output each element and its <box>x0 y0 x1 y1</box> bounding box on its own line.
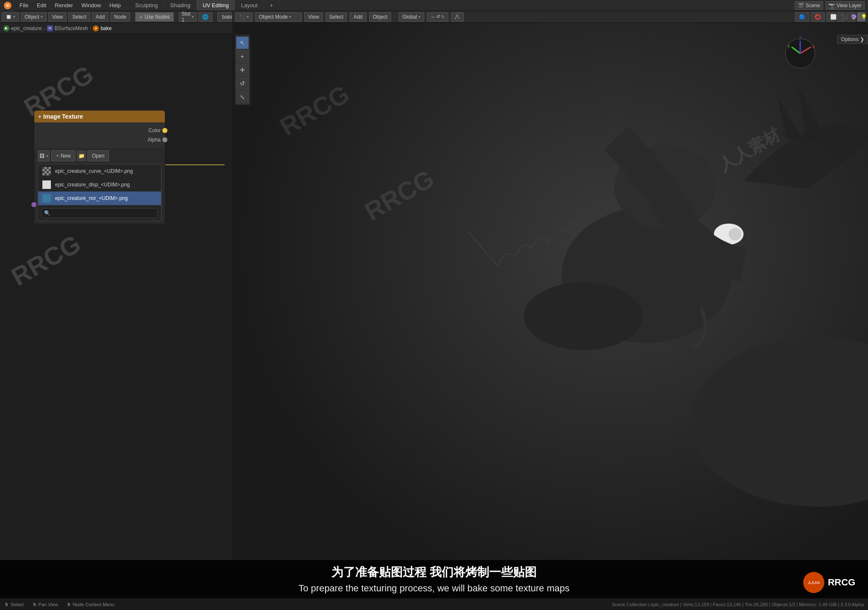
socket-alpha-dot[interactable] <box>162 137 167 142</box>
world-icon-btn[interactable]: 🌐 <box>198 12 212 22</box>
shading-solid[interactable]: ⬛ <box>837 12 845 22</box>
view-layer-selector[interactable]: 📷 View Layer <box>826 1 865 10</box>
tab-shading[interactable]: Shading <box>164 0 197 11</box>
item-icon-1 <box>42 180 51 189</box>
search-icon: 🔍 <box>44 210 50 216</box>
scene-label: Scene <box>806 3 820 8</box>
subtitle-chinese: 为了准备贴图过程 我们将烤制一些贴图 <box>331 564 537 580</box>
menu-edit[interactable]: Edit <box>33 0 50 11</box>
global-label: Global <box>402 14 417 20</box>
socket-color-label: Color <box>148 128 161 133</box>
transform-icons[interactable]: ↔ ↺ ⤡ <box>427 12 448 22</box>
node-new-btn[interactable]: + New <box>51 150 75 161</box>
select-btn-left[interactable]: Select <box>68 12 90 22</box>
tool-rotate[interactable]: ↺ <box>236 77 249 90</box>
eight-btn[interactable]: 八 <box>451 12 464 22</box>
vp-editor-icon: ⬛ <box>239 14 245 20</box>
rrcg-circle-text: 人人CG <box>808 580 820 585</box>
dropdown-search-input[interactable] <box>42 208 158 218</box>
subtitle-bar: 为了准备贴图过程 我们将烤制一些贴图 To prepare the textur… <box>0 560 868 598</box>
tool-cursor[interactable]: + <box>236 50 249 63</box>
pan-icon: 🖱 <box>32 602 37 607</box>
vp-sep1 <box>395 13 395 21</box>
svg-point-2 <box>524 283 643 350</box>
node-header[interactable]: ▾ Image Texture <box>34 111 165 122</box>
vp-add-btn[interactable]: Add <box>350 12 366 22</box>
dropdown-item-2[interactable]: epic_creature_nor_<UDIM>.png <box>38 191 161 205</box>
breadcrumb-bake[interactable]: bake <box>100 25 111 31</box>
vp-editor-type-btn[interactable]: ⬛ ▾ <box>235 12 253 22</box>
object-mode-selector[interactable]: Object Mode ▾ <box>255 12 302 22</box>
wire-icon: ⬜ <box>830 14 837 20</box>
subtitle-english: To prepare the texturing process, we wil… <box>298 583 570 594</box>
app-logo: B <box>0 0 15 11</box>
options-btn[interactable]: Options ❯ <box>837 35 868 44</box>
mat-icon: 🔮 <box>851 14 857 20</box>
node-img-selector[interactable]: 🖼 ▾ <box>38 150 50 161</box>
left-editor-toolbar: 🔲 ▾ Object ▾ View Select Add Node ✓ Use … <box>0 11 232 23</box>
tool-scale[interactable]: ⤡ <box>236 91 249 103</box>
img-arrow: ▾ <box>46 154 48 158</box>
menu-window[interactable]: Window <box>77 0 105 11</box>
breadcrumb-mesh[interactable]: BSurfaceMesh <box>55 25 88 31</box>
socket-color-dot[interactable] <box>162 128 167 133</box>
node-left-socket[interactable] <box>31 202 36 207</box>
mesh-icon: M <box>47 25 53 31</box>
scene-selector[interactable]: 🎬 Scene <box>795 1 823 10</box>
editor-type-btn[interactable]: 🔲 ▾ <box>2 12 19 22</box>
use-nodes-btn[interactable]: ✓ Use Nodes <box>135 12 174 22</box>
socket-alpha-row: Alpha <box>34 135 165 144</box>
tab-uv-editing[interactable]: UV Editing <box>197 0 235 11</box>
solid-icon: ⬛ <box>840 14 847 20</box>
rotate-icon: ↺ <box>436 14 440 19</box>
node-btn[interactable]: Node <box>110 12 130 22</box>
socket-alpha-label: Alpha <box>147 137 161 143</box>
blender-icon: B <box>4 2 11 9</box>
item-name-1: epic_creature_disp_<UDIM>.png <box>55 182 130 188</box>
scene-icon: 🎬 <box>798 3 804 8</box>
right-editor-toolbar: ⬛ ▾ Object Mode ▾ View Select Add Object… <box>232 11 868 23</box>
slot-selector[interactable]: Slot 1 ▾ <box>179 12 197 22</box>
status-context-label: Node Context Menu <box>73 602 114 607</box>
viewport-3d: ↖ + ✛ ↺ ⤡ X Y Z Options ❯ RRCG 人人素材 RRCG <box>235 11 868 598</box>
vp-select-btn[interactable]: Select <box>326 12 347 22</box>
object-label: Object <box>25 14 39 20</box>
shading-rendered[interactable]: 💡 <box>857 12 865 22</box>
tab-layout[interactable]: Layout <box>235 0 264 11</box>
menu-file[interactable]: File <box>15 0 33 11</box>
shading-material[interactable]: 🔮 <box>847 12 855 22</box>
status-info: Scene Collection | epic_creature | Verts… <box>612 602 864 607</box>
tab-sculpting[interactable]: Sculpting <box>129 0 164 11</box>
rrcg-circle: 人人CG <box>803 572 824 593</box>
status-select: 🖱 Select <box>4 602 24 607</box>
vp-view-btn[interactable]: View <box>304 12 323 22</box>
shading-wire[interactable]: ⬜ <box>826 12 835 22</box>
magnet-icon: 🔵 <box>799 14 805 20</box>
context-icon: 🖱 <box>67 602 71 607</box>
global-selector[interactable]: Global ▾ <box>398 12 424 22</box>
object-btn[interactable]: Object ▾ <box>21 12 47 22</box>
snap-btn[interactable]: 🔵 <box>795 12 809 22</box>
proportional-btn[interactable]: ⭕ <box>811 12 825 22</box>
dropdown-item-1[interactable]: epic_creature_disp_<UDIM>.png <box>38 178 161 191</box>
breadcrumb-bar: ▶ epic_creature › M BSurfaceMesh › ● bak… <box>0 23 232 34</box>
add-btn-left[interactable]: Add <box>92 12 108 22</box>
node-open-btn[interactable]: Open <box>87 150 109 161</box>
folder-icon-btn[interactable]: 📁 <box>77 151 86 161</box>
tool-select[interactable]: ↖ <box>236 36 249 49</box>
dropdown-item-0[interactable]: epic_creature_curve_<UDIM>.png <box>38 164 161 178</box>
vp-object-btn[interactable]: Object <box>369 12 392 22</box>
menu-help[interactable]: Help <box>105 0 125 11</box>
move-icon: ↔ <box>431 14 435 19</box>
node-image-dropdown: epic_creature_curve_<UDIM>.png epic_crea… <box>38 164 161 221</box>
slot-label: Slot 1 <box>182 11 191 23</box>
breadcrumb-creature[interactable]: epic_creature <box>11 25 42 31</box>
sep-1: › <box>44 25 45 31</box>
tool-move[interactable]: ✛ <box>236 64 249 76</box>
dragon-svg <box>235 11 868 598</box>
tab-add[interactable]: + <box>264 0 280 11</box>
node-collapse-btn[interactable]: ▾ <box>39 114 41 119</box>
view-btn[interactable]: View <box>48 12 67 22</box>
menu-render[interactable]: Render <box>50 0 77 11</box>
viewport-tools: ↖ + ✛ ↺ ⤡ <box>235 35 250 105</box>
